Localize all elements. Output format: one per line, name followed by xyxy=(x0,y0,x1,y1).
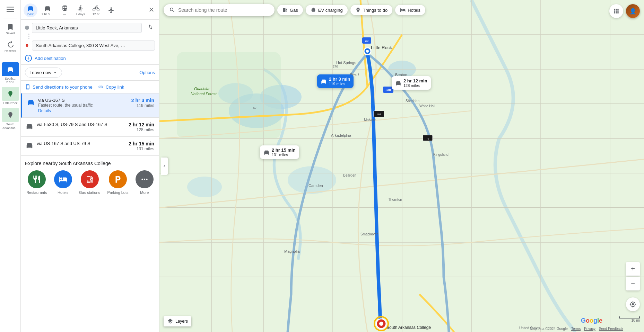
copy-link-link[interactable]: Copy link xyxy=(98,84,124,90)
destination-input[interactable] xyxy=(32,41,155,51)
svg-text:Hot Springs: Hot Springs xyxy=(336,61,356,65)
swap-button[interactable] xyxy=(146,23,155,33)
search-box[interactable] xyxy=(164,4,275,16)
privacy-link[interactable]: Privacy xyxy=(584,327,595,331)
svg-point-29 xyxy=(379,322,383,326)
copy-link-icon xyxy=(98,84,104,90)
zoom-in-button[interactable]: + xyxy=(626,262,640,276)
send-directions-link[interactable]: Send directions to your phone xyxy=(25,84,93,90)
route1-dist: 119 miles xyxy=(131,103,154,108)
active-route-thumb[interactable]: South...2 hr 3 xyxy=(2,62,19,84)
explore-parking[interactable]: Parking Lots xyxy=(107,170,128,195)
explore-gas-stations[interactable]: Gas stations xyxy=(79,170,100,195)
car-icon-1 xyxy=(27,98,35,106)
little-rock-thumb[interactable]: Little Rock xyxy=(2,87,19,105)
map-search-input[interactable] xyxy=(178,7,254,13)
callout-3-dist: 131 miles xyxy=(272,153,296,157)
options-link[interactable]: Options xyxy=(139,70,155,75)
leave-now-button[interactable]: Leave now xyxy=(25,68,62,78)
route1-name: via US-167 S xyxy=(38,98,128,103)
route-callout-1[interactable]: 2 hr 3 min 119 miles xyxy=(317,74,354,88)
south-arkansas-thumb[interactable]: SouthArkansas... xyxy=(2,108,19,130)
gas-chip[interactable]: Gas xyxy=(277,5,303,15)
tab-car[interactable]: 2 hr 3 … xyxy=(39,3,56,17)
callout-3-time: 2 hr 15 min xyxy=(272,147,296,153)
explore-hotels[interactable]: Hotels xyxy=(54,170,72,195)
parking-icon xyxy=(113,175,122,184)
menu-button[interactable] xyxy=(2,3,19,15)
recents-label: Recents xyxy=(5,49,16,53)
add-destination-row[interactable]: + Add destination xyxy=(25,53,155,62)
svg-text:Sheridan: Sheridan xyxy=(406,99,419,103)
zoom-out-button[interactable]: − xyxy=(626,277,640,290)
svg-point-27 xyxy=(366,50,369,53)
tab-walking[interactable]: 2 days xyxy=(73,3,88,17)
collapse-panel-button[interactable] xyxy=(161,158,168,175)
user-avatar[interactable]: 👤 xyxy=(626,4,640,18)
svg-text:Magnolia: Magnolia xyxy=(284,249,300,253)
restaurants-icon xyxy=(32,175,41,184)
tab-flight[interactable] xyxy=(104,5,118,16)
more-icon-circle xyxy=(136,170,154,188)
hotels-chip-icon xyxy=(400,7,406,13)
close-button[interactable] xyxy=(147,5,156,16)
more-icon xyxy=(140,175,149,184)
tab-walking-label: 2 days xyxy=(76,12,85,16)
layers-button[interactable]: Layers xyxy=(164,316,191,326)
ev-chip[interactable]: EV charging xyxy=(306,5,348,15)
swap-icon xyxy=(147,24,154,30)
g-logo-g2: g xyxy=(593,317,597,324)
tab-best[interactable]: Best xyxy=(24,3,37,17)
walking-icon xyxy=(77,5,84,12)
route3-car-icon xyxy=(26,142,33,149)
car-icon-2 xyxy=(26,123,33,130)
saved-label: Saved xyxy=(6,32,15,35)
svg-text:Camden: Camden xyxy=(308,183,323,188)
tab-transit[interactable]: — xyxy=(58,3,72,17)
callout-2-time: 2 hr 12 min xyxy=(403,78,427,83)
hotels-label: Hotels xyxy=(58,190,68,195)
route1-car-icon xyxy=(27,98,35,106)
route-item-2[interactable]: via I-530 S, US-79 S and US-167 S 2 hr 1… xyxy=(21,118,159,137)
route2-car-icon xyxy=(26,123,33,130)
origin-row xyxy=(25,23,155,33)
tab-cycling[interactable]: 12 hr xyxy=(89,3,103,17)
leave-now-label: Leave now xyxy=(29,70,51,75)
svg-text:Smackover: Smackover xyxy=(360,232,378,236)
layers-icon xyxy=(167,318,173,324)
recents-button[interactable]: Recents xyxy=(2,39,19,55)
route-callout-2[interactable]: 2 hr 12 min 128 miles xyxy=(392,76,431,90)
route-thumb-label: South...2 hr 3 xyxy=(2,77,19,84)
svg-rect-1 xyxy=(7,9,14,10)
callout-1-dist: 119 miles xyxy=(329,82,350,86)
map-area[interactable]: 30 167 79 530 Little Rock Benton Hot Spr… xyxy=(159,0,644,332)
cycling-icon xyxy=(93,5,99,12)
little-rock-thumb-icon xyxy=(7,90,14,97)
my-location-button[interactable] xyxy=(626,297,640,311)
things-chip[interactable]: Things to do xyxy=(350,5,393,15)
route-item-1[interactable]: via US-167 S Fastest route, the usual tr… xyxy=(21,93,159,118)
copy-link-label: Copy link xyxy=(106,84,124,90)
saved-button[interactable]: Saved xyxy=(2,21,19,37)
route-callout-3[interactable]: 2 hr 15 min 131 miles xyxy=(260,145,299,159)
route2-time: 2 hr 12 min xyxy=(129,122,154,127)
callout-3-info: 2 hr 15 min 131 miles xyxy=(272,147,296,157)
terms-link[interactable]: Terms xyxy=(571,327,581,331)
explore-restaurants[interactable]: Restaurants xyxy=(26,170,47,195)
origin-input[interactable] xyxy=(32,23,142,33)
little-rock-thumb-image xyxy=(2,87,19,101)
callout-3-car-icon xyxy=(263,149,270,155)
explore-more[interactable]: More xyxy=(136,170,154,195)
svg-text:Little Rock: Little Rock xyxy=(371,45,392,50)
route2-time-info: 2 hr 12 min 128 miles xyxy=(129,122,154,132)
route1-details-link[interactable]: Details xyxy=(38,108,128,113)
route-list: via US-167 S Fastest route, the usual tr… xyxy=(21,93,159,156)
action-links: Send directions to your phone Copy link xyxy=(21,81,159,93)
hotels-chip[interactable]: Hotels xyxy=(395,5,425,15)
ev-chip-label: EV charging xyxy=(318,8,343,13)
explore-icons: Restaurants Hotels Gas stations xyxy=(25,170,155,195)
route1-info: via US-167 S Fastest route, the usual tr… xyxy=(38,98,128,113)
feedback-link[interactable]: Send Feedback xyxy=(599,327,623,331)
callout-2-car-icon xyxy=(395,80,401,86)
route-item-3[interactable]: via US-167 S and US-79 S 2 hr 15 min 131… xyxy=(21,137,159,156)
